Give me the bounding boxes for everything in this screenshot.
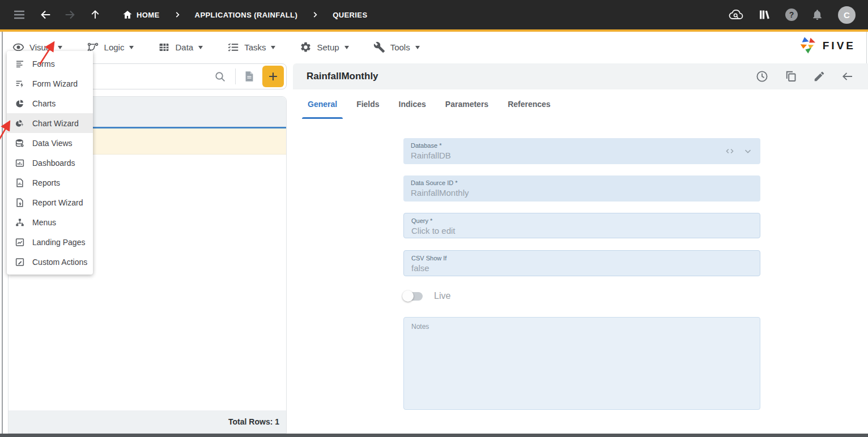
- caret-down-icon: [271, 46, 275, 49]
- data-source-id-field[interactable]: Data Source ID * RainfallMonthly: [403, 175, 760, 202]
- data-views-icon: [14, 138, 25, 148]
- live-toggle-row: Live: [403, 291, 450, 301]
- collapse-arrow-left-icon[interactable]: [841, 70, 854, 83]
- menu-item-reports[interactable]: Reports: [7, 173, 93, 192]
- forms-icon: [14, 59, 25, 69]
- database-field[interactable]: Database * RainfallDB: [403, 138, 760, 164]
- reports-icon: [14, 178, 25, 188]
- history-clock-icon[interactable]: [755, 70, 769, 83]
- copy-icon[interactable]: [784, 70, 798, 83]
- csv-show-if-field[interactable]: CSV Show If false: [403, 250, 760, 276]
- tab-parameters[interactable]: Parameters: [440, 89, 494, 119]
- record-list-footer: Total Rows: 1: [8, 410, 286, 433]
- query-field[interactable]: Query * Click to edit: [403, 213, 760, 238]
- menu-item-data-views[interactable]: Data Views: [7, 133, 93, 153]
- landing-pages-icon: [14, 237, 25, 247]
- tab-references[interactable]: References: [502, 89, 556, 119]
- chevron-right-icon: [173, 11, 181, 19]
- search-icon[interactable]: [214, 70, 227, 83]
- user-avatar[interactable]: C: [838, 6, 856, 24]
- hamburger-menu-icon[interactable]: [12, 8, 26, 22]
- detail-panel: RainfallMonthly: [293, 63, 868, 434]
- help-icon[interactable]: ?: [785, 8, 798, 21]
- tab-fields[interactable]: Fields: [351, 89, 385, 119]
- plus-icon: [267, 70, 279, 83]
- five-logo: FIVE: [799, 36, 856, 55]
- database-field-icons: [724, 146, 754, 156]
- caret-down-icon: [198, 46, 203, 49]
- dashboards-icon: [14, 158, 25, 168]
- charts-icon: [14, 98, 25, 109]
- top-navigation-bar: HOME APPLICATIONS (RAINFALL) QUERIES: [0, 0, 868, 29]
- notes-field[interactable]: Notes: [403, 317, 760, 410]
- menu-tools[interactable]: Tools: [373, 41, 420, 53]
- breadcrumb-queries[interactable]: QUERIES: [333, 11, 367, 19]
- menu-setup[interactable]: Setup: [300, 41, 348, 53]
- caret-down-icon: [415, 46, 420, 49]
- toggle-knob: [402, 290, 414, 302]
- menu-item-custom-actions[interactable]: Custom Actions: [7, 252, 93, 272]
- total-rows-label: Total Rows: 1: [228, 417, 279, 426]
- gear-icon: [300, 41, 312, 53]
- chevron-right-icon: [311, 11, 319, 19]
- five-logo-text: FIVE: [823, 40, 856, 52]
- record-title: RainfallMonthly: [307, 71, 378, 82]
- tab-general[interactable]: General: [302, 89, 343, 119]
- detail-tabbar: General Fields Indices Parameters Refere…: [293, 89, 868, 119]
- custom-actions-icon: [14, 257, 25, 267]
- bottom-window-strip: [0, 434, 868, 437]
- tab-indices[interactable]: Indices: [393, 89, 432, 119]
- report-wizard-icon: [14, 198, 25, 208]
- up-level-button[interactable]: [90, 8, 101, 21]
- caret-down-icon: [129, 46, 134, 49]
- menu-item-charts[interactable]: Charts: [7, 93, 93, 113]
- menu-data[interactable]: Data: [158, 41, 203, 53]
- breadcrumb-home[interactable]: HOME: [122, 10, 160, 20]
- menu-item-menus[interactable]: Menus: [7, 212, 93, 232]
- app-window: HOME APPLICATIONS (RAINFALL) QUERIES: [0, 0, 868, 437]
- menu-item-report-wizard[interactable]: Report Wizard: [7, 192, 93, 212]
- form-wizard-icon: [14, 79, 25, 89]
- menu-item-forms[interactable]: Forms: [7, 54, 93, 74]
- menu-tasks[interactable]: Tasks: [227, 41, 275, 53]
- add-record-button[interactable]: [262, 66, 284, 87]
- breadcrumb-home-label: HOME: [137, 11, 160, 19]
- menu-logic[interactable]: Logic: [87, 41, 134, 53]
- live-toggle[interactable]: [403, 292, 423, 301]
- caret-down-icon: [344, 46, 349, 49]
- breadcrumb-applications[interactable]: APPLICATIONS (RAINFALL): [195, 11, 298, 19]
- forward-button-disabled[interactable]: [63, 8, 76, 21]
- document-icon[interactable]: [243, 70, 256, 83]
- notifications-bell-icon[interactable]: [811, 8, 823, 21]
- menu-item-landing-pages[interactable]: Landing Pages: [7, 232, 93, 252]
- menus-icon: [14, 217, 25, 228]
- code-icon[interactable]: [724, 146, 735, 156]
- toolbar-divider: [235, 68, 236, 84]
- back-button[interactable]: [40, 8, 52, 21]
- tools-icon: [373, 41, 385, 53]
- edit-pencil-icon[interactable]: [813, 70, 826, 83]
- main-menubar: Visual Logic Data: [0, 32, 868, 62]
- chart-wizard-icon: [14, 118, 25, 128]
- topbar-actions: ? C: [728, 6, 856, 24]
- home-icon: [122, 10, 133, 20]
- detail-header: RainfallMonthly: [293, 63, 868, 89]
- data-grid-icon: [158, 41, 170, 53]
- window-left-border: [2, 32, 3, 434]
- caret-down-icon: [58, 46, 62, 49]
- menu-item-chart-wizard[interactable]: Chart Wizard: [7, 113, 93, 133]
- menu-item-form-wizard[interactable]: Form Wizard: [7, 74, 93, 93]
- menu-item-dashboards[interactable]: Dashboards: [7, 153, 93, 173]
- detail-form: Database * RainfallDB Data Source ID * R…: [293, 119, 868, 434]
- chevron-down-icon[interactable]: [742, 146, 754, 156]
- breadcrumb: HOME APPLICATIONS (RAINFALL) QUERIES: [122, 10, 368, 20]
- five-pinwheel-icon: [799, 36, 818, 55]
- tasks-icon: [227, 41, 239, 53]
- live-toggle-label: Live: [434, 291, 450, 301]
- preview-cloud-search-icon[interactable]: [728, 8, 744, 22]
- detail-header-actions: [755, 70, 854, 83]
- library-books-icon[interactable]: [758, 8, 772, 22]
- visual-dropdown-menu: Forms Form Wizard Charts: [7, 51, 93, 275]
